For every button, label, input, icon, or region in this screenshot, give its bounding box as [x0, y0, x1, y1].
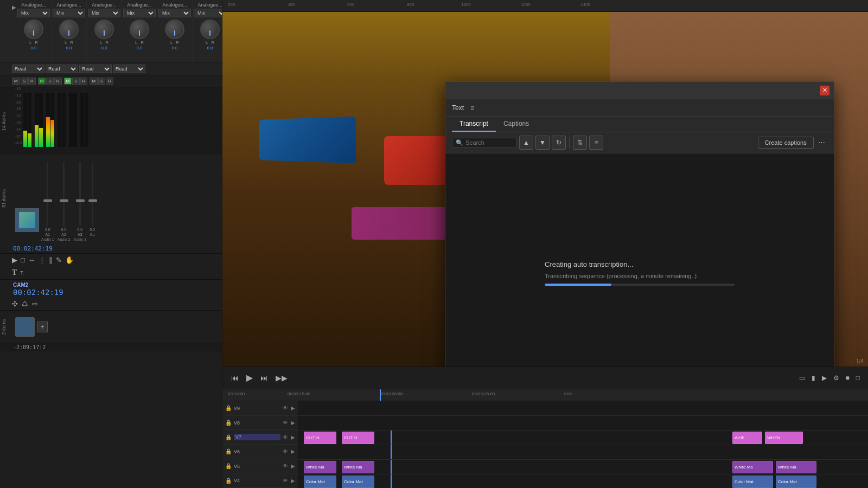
eye-v4[interactable]: 👁	[282, 478, 289, 484]
text-tool-btn[interactable]: T	[11, 267, 18, 278]
mix-select-6[interactable]: Mix	[194, 9, 222, 17]
sort-up-btn[interactable]: ⇅	[573, 136, 587, 150]
play-btn[interactable]: ▶	[244, 373, 255, 383]
fader-track-1[interactable]	[47, 162, 48, 227]
film-v4[interactable]: ▶	[290, 478, 296, 484]
settings-btn[interactable]: ⚙	[832, 373, 841, 383]
export-frame-btn[interactable]: ▭	[797, 373, 807, 383]
fader-thumb-2[interactable]	[60, 199, 68, 202]
tab-captions[interactable]: Captions	[496, 117, 537, 132]
tab-transcript[interactable]: Transcript	[452, 117, 496, 132]
eye-v7[interactable]: 👁	[282, 434, 289, 440]
search-prev-btn[interactable]: ▲	[519, 136, 533, 150]
solo-btn-2[interactable]: S	[46, 78, 53, 85]
mute-btn-4[interactable]: M	[90, 78, 98, 85]
clip-v5-1[interactable]: White Ma	[304, 461, 336, 473]
eye-v5[interactable]: 👁	[282, 463, 289, 469]
lock-v5[interactable]: 🔒	[225, 463, 232, 469]
play-tool-btn[interactable]: ▶	[11, 255, 18, 265]
search-input[interactable]	[465, 139, 509, 146]
expand-button[interactable]: ▶	[12, 0, 16, 62]
mode-select-2[interactable]: Read	[46, 65, 78, 73]
dialog-menu-icon[interactable]: ≡	[470, 104, 474, 112]
eye-v8[interactable]: 👁	[282, 420, 289, 426]
solo-btn-1[interactable]: S	[21, 78, 28, 85]
clip-v4-right-1[interactable]: Color Mat	[732, 476, 773, 488]
mute-btn-1[interactable]: M	[12, 78, 20, 85]
film-v9[interactable]: ▶	[290, 405, 296, 411]
mix-select-3[interactable]: Mix	[88, 9, 120, 17]
full-screen-btn[interactable]: □	[854, 373, 861, 383]
subtitle-tool-btn[interactable]: T.	[19, 267, 25, 278]
clip-v5-right-2[interactable]: White Ma	[776, 461, 816, 473]
camera-btn[interactable]: ▶	[820, 373, 828, 383]
mode-select-3[interactable]: Read	[79, 65, 112, 73]
record-btn-1[interactable]: R	[28, 78, 36, 85]
move-tool-btn[interactable]: ↔	[27, 255, 36, 265]
mix-select-4[interactable]: Mix	[123, 9, 156, 17]
lock-v4[interactable]: 🔒	[225, 478, 232, 484]
dialog-close-button[interactable]: ✕	[820, 86, 829, 95]
clip-v7-right-1[interactable]: WHE	[732, 432, 762, 444]
razor-tool-btn[interactable]: ⋮	[37, 255, 47, 265]
film-v5[interactable]: ▶	[290, 463, 296, 469]
mode-select-4[interactable]: Read	[113, 65, 145, 73]
insert-clip-btn[interactable]: ▮	[810, 373, 817, 383]
record-btn-2[interactable]: R	[54, 78, 62, 85]
knob-3[interactable]	[94, 20, 114, 39]
eye-v6[interactable]: 👁	[282, 448, 289, 454]
fader-thumb-4[interactable]	[88, 199, 97, 202]
record-btn-4[interactable]: R	[106, 78, 113, 85]
create-captions-button[interactable]: Create captions	[758, 137, 814, 149]
clip-v4-1[interactable]: Color Mat	[304, 476, 336, 488]
film-v6[interactable]: ▶	[290, 448, 296, 454]
add-item-btn[interactable]: +	[37, 322, 48, 332]
knob-1[interactable]	[24, 20, 43, 39]
go-to-end-btn[interactable]: ⏭	[258, 373, 270, 383]
film-v8[interactable]: ▶	[290, 420, 296, 426]
fader-track-3[interactable]	[79, 162, 81, 227]
clip-v5-right-1[interactable]: White Ma	[732, 461, 773, 473]
safe-margin-btn[interactable]: ■	[844, 373, 851, 383]
clip-v4-right-2[interactable]: Color Mat	[776, 476, 816, 488]
fader-thumb-3[interactable]	[76, 199, 85, 202]
select-tool-btn[interactable]: □	[20, 255, 26, 265]
fader-track-2[interactable]	[63, 162, 65, 227]
clip-v7-1[interactable]: IS IT H	[304, 432, 336, 444]
knob-4[interactable]	[130, 20, 149, 39]
more-options-button[interactable]: ···	[816, 138, 827, 147]
mute-btn-3[interactable]: M	[64, 78, 72, 85]
clip-v7-right-2[interactable]: WHEN	[765, 432, 803, 444]
solo-btn-4[interactable]: S	[98, 78, 105, 85]
mix-select-5[interactable]: Mix	[158, 9, 191, 17]
lock-v7[interactable]: 🔒	[225, 434, 232, 440]
step-forward-btn[interactable]: ▶▶	[273, 373, 290, 383]
solo-btn-3[interactable]: S	[72, 78, 79, 85]
ripple-tool-btn[interactable]: ∥	[48, 255, 54, 265]
knob-2[interactable]	[59, 20, 79, 39]
mix-select-1[interactable]: Mix	[17, 9, 50, 17]
refresh-btn[interactable]: ↻	[552, 136, 566, 150]
search-next-btn[interactable]: ▼	[535, 136, 550, 150]
fader-thumb-1[interactable]	[43, 199, 52, 202]
go-to-start-btn[interactable]: ⏮	[229, 373, 241, 383]
lock-v6[interactable]: 🔒	[225, 448, 232, 454]
eye-v9[interactable]: 👁	[282, 405, 289, 411]
mode-select-1[interactable]: Read	[12, 65, 44, 73]
filter-btn[interactable]: ≡	[589, 136, 603, 150]
lock-v8[interactable]: 🔒	[225, 420, 232, 426]
film-v7[interactable]: ▶	[290, 434, 296, 440]
clip-v7-2[interactable]: IS IT H	[342, 432, 374, 444]
pen-tool-btn[interactable]: ✎	[55, 255, 63, 265]
fader-track-4[interactable]	[92, 162, 93, 227]
mute-btn-2[interactable]: M	[38, 78, 46, 85]
knob-5[interactable]	[165, 20, 184, 39]
mix-select-2[interactable]: Mix	[53, 9, 85, 17]
hand-tool-btn[interactable]: ✋	[64, 255, 75, 265]
vu-icon-3[interactable]: ⇨	[31, 299, 39, 309]
clip-v5-2[interactable]: White Ma	[342, 461, 374, 473]
vu-icon-1[interactable]: ✣	[11, 299, 19, 309]
lock-v9[interactable]: 🔒	[225, 405, 232, 411]
record-btn-3[interactable]: R	[80, 78, 88, 85]
knob-6[interactable]	[200, 20, 220, 39]
